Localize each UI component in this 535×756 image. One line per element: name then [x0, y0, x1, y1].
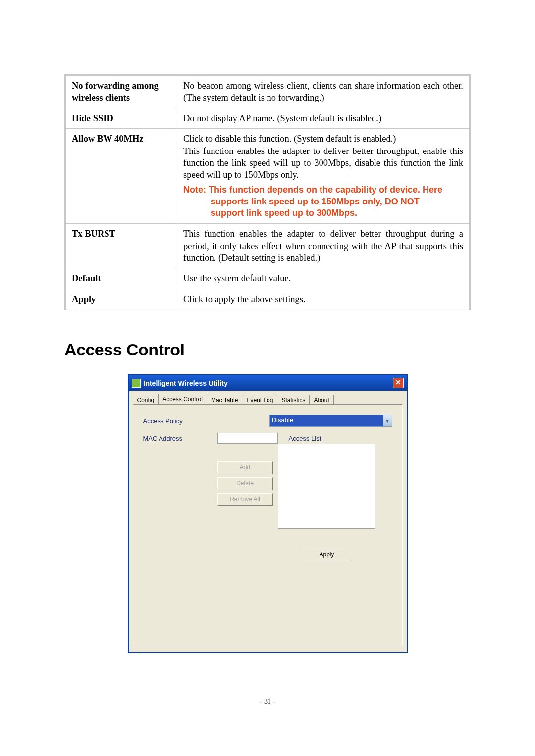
access-policy-label: Access Policy — [143, 417, 214, 425]
titlebar: Intelligent Wireless Utility ✕ — [129, 375, 407, 391]
tab-access-control[interactable]: Access Control — [158, 394, 207, 404]
delete-button[interactable]: Delete — [217, 477, 273, 490]
setting-label: No forwarding among wireless clients — [65, 75, 177, 108]
setting-description: Click to apply the above settings. — [177, 289, 470, 309]
mac-address-label: MAC Address — [143, 435, 217, 442]
tab-event-log[interactable]: Event Log — [242, 395, 277, 405]
setting-label: Hide SSID — [65, 108, 177, 128]
setting-label: Apply — [65, 289, 177, 309]
close-button[interactable]: ✕ — [393, 378, 404, 388]
setting-description: No beacon among wireless client, clients… — [177, 75, 470, 108]
settings-table: No forwarding among wireless clientsNo b… — [64, 74, 471, 310]
access-list-label: Access List — [289, 435, 358, 442]
dropdown-icon[interactable]: ▼ — [383, 415, 392, 426]
tab-mac-table[interactable]: Mac Table — [207, 395, 242, 405]
setting-description: Do not display AP name. (System default … — [177, 108, 470, 128]
wireless-utility-dialog: Intelligent Wireless Utility ✕ ConfigAcc… — [128, 374, 408, 653]
access-policy-value: Disable — [270, 415, 383, 426]
tab-bar: ConfigAccess ControlMac TableEvent LogSt… — [133, 394, 403, 404]
setting-label: Allow BW 40MHz — [65, 129, 177, 224]
setting-description: This function enables the adapter to del… — [177, 224, 470, 268]
dialog-title: Intelligent Wireless Utility — [144, 379, 393, 387]
setting-label: Tx BURST — [65, 224, 177, 268]
add-button[interactable]: Add — [217, 461, 273, 474]
app-icon — [132, 379, 141, 388]
tab-panel-access-control: Access Policy Disable ▼ MAC Address Acce… — [133, 404, 403, 645]
page-number: - 31 - — [64, 698, 471, 706]
setting-label: Default — [65, 268, 177, 289]
apply-button[interactable]: Apply — [302, 549, 352, 561]
section-title: Access Control — [64, 340, 471, 359]
tab-config[interactable]: Config — [133, 395, 159, 405]
access-list-box[interactable] — [278, 444, 375, 529]
setting-description: Click to disable this function. (System … — [177, 129, 470, 224]
tab-statistics[interactable]: Statistics — [277, 395, 310, 405]
tab-about[interactable]: About — [309, 395, 333, 405]
access-policy-select[interactable]: Disable ▼ — [269, 415, 392, 427]
remove-all-button[interactable]: Remove All — [217, 493, 273, 506]
setting-description: Use the system default value. — [177, 268, 470, 289]
note-text: Note: This function depends on the capab… — [183, 184, 463, 219]
mac-address-input[interactable] — [217, 433, 278, 444]
